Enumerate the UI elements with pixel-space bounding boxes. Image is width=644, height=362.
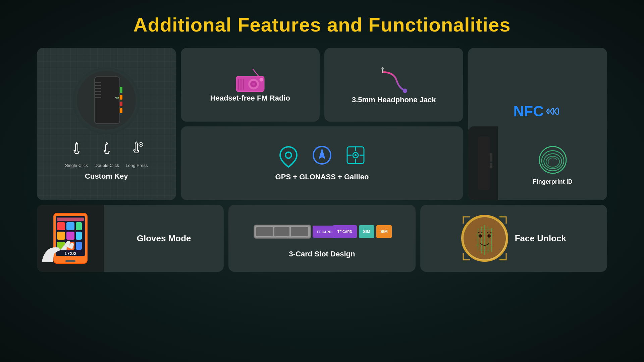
svg-rect-6: [95, 94, 101, 95]
card-fm-radio: Headset-free FM Radio: [181, 48, 320, 122]
card-gps: GPS + GLONASS + Galileo: [181, 126, 464, 200]
svg-rect-59: [76, 242, 82, 250]
gloves-label: Gloves Mode: [137, 233, 191, 244]
svg-rect-61: [65, 260, 75, 262]
svg-rect-2: [95, 82, 101, 83]
svg-point-34: [285, 152, 291, 158]
phone-side-image: [471, 133, 495, 193]
svg-rect-9: [120, 95, 122, 100]
phone-visual: ≋: [73, 67, 140, 134]
target-icon: [345, 145, 366, 165]
card-face-unlock: Face Unlock: [420, 205, 607, 272]
svg-rect-50: [57, 218, 84, 221]
sim2-slot: SIM: [376, 225, 392, 238]
svg-rect-52: [66, 222, 74, 230]
svg-rect-30: [382, 68, 384, 69]
svg-line-28: [253, 69, 259, 76]
three-card-label: 3-Card Slot Design: [289, 250, 355, 258]
svg-text:≋: ≋: [116, 96, 119, 100]
svg-rect-55: [66, 232, 74, 240]
sim1-slot: SIM: [359, 225, 374, 238]
tf-card-slot: TF CARD: [333, 225, 357, 238]
svg-rect-10: [120, 102, 122, 106]
card-3card-slot: TF CARD TF CARD SIM SIM 3-Card Slot Desi…: [228, 205, 415, 272]
gps-pin-icon: [278, 145, 299, 169]
fingerprint-icon: [534, 141, 571, 178]
svg-point-27: [259, 78, 263, 82]
svg-point-31: [403, 88, 407, 93]
svg-rect-47: [490, 163, 492, 168]
svg-rect-11: [120, 108, 122, 113]
svg-rect-46: [490, 153, 492, 162]
gloves-visual: 17:02: [40, 208, 101, 268]
headphone-label: 3.5mm Headphone Jack: [352, 96, 436, 104]
svg-rect-8: [120, 87, 122, 93]
svg-point-26: [252, 83, 255, 85]
card-fingerprint: Fingerprint ID: [468, 126, 607, 200]
svg-point-43: [355, 154, 357, 156]
navigation-icon: [312, 145, 332, 165]
svg-rect-51: [57, 222, 65, 230]
sim-tray-icon: TF CARD: [252, 218, 339, 245]
svg-rect-1: [95, 77, 120, 124]
card-headphone: 3.5mm Headphone Jack: [324, 48, 463, 122]
fingerprint-label: Fingerprint ID: [533, 178, 573, 185]
svg-rect-65: [274, 227, 289, 236]
gps-icons-row: [278, 145, 366, 169]
svg-text:17:02: 17:02: [64, 251, 76, 256]
card-custom-key: ≋ Single Click: [37, 48, 176, 200]
gps-label: GPS + GLONASS + Galileo: [275, 173, 369, 181]
page-title: Additional Features and Functionalities: [133, 13, 511, 36]
svg-rect-3: [95, 85, 101, 86]
svg-rect-53: [76, 222, 82, 230]
svg-rect-54: [57, 232, 65, 240]
svg-marker-36: [319, 148, 325, 159]
face-visual: [461, 215, 508, 262]
radio-icon: [233, 67, 267, 94]
svg-rect-56: [76, 232, 82, 240]
svg-rect-66: [291, 227, 308, 236]
svg-rect-5: [95, 91, 101, 92]
headphone-jack-icon: [377, 65, 411, 96]
nfc-label: NFC: [514, 103, 544, 120]
svg-rect-45: [478, 136, 490, 190]
svg-rect-7: [95, 97, 101, 98]
sim-tray-visual: TF CARD TF CARD SIM SIM: [252, 218, 392, 245]
card-gloves: 17:02 Gloves Mode: [37, 205, 224, 272]
svg-text:TF CARD: TF CARD: [317, 230, 331, 234]
fm-radio-label: Headset-free FM Radio: [210, 94, 290, 103]
svg-rect-4: [95, 88, 101, 89]
nfc-waves-icon: [545, 104, 562, 119]
face-unlock-label: Face Unlock: [515, 233, 566, 244]
svg-rect-64: [256, 227, 273, 236]
